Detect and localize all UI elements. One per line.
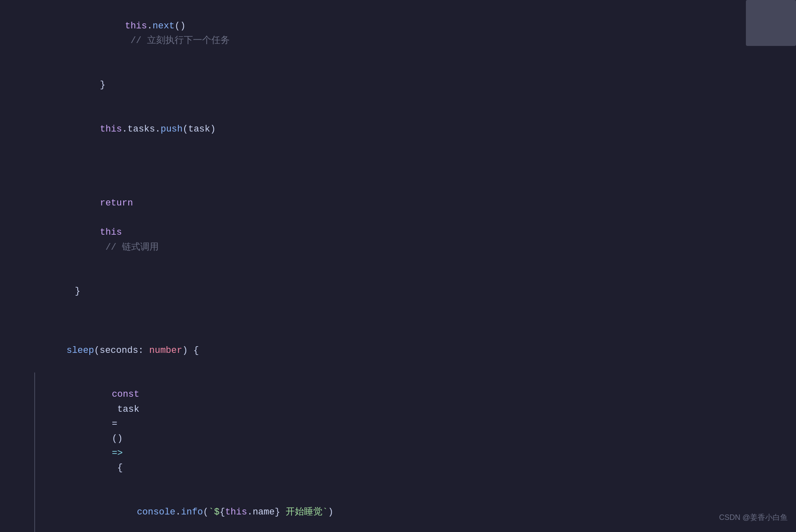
code-editor: this.next() // 立刻执行下一个任务 } this.tasks.pu… bbox=[0, 0, 796, 532]
method-next: next bbox=[152, 21, 175, 31]
code-line-10: const task = () => { bbox=[35, 372, 796, 490]
watermark: CSDN @姜香小白鱼 bbox=[719, 512, 788, 524]
code-line-7: } bbox=[8, 269, 796, 314]
comment-1: // 立刻执行下一个任务 bbox=[125, 35, 230, 46]
code-line-5 bbox=[8, 166, 796, 181]
code-line-1: this.next() // 立刻执行下一个任务 bbox=[8, 4, 796, 63]
code-line-9: sleep(seconds: number) { bbox=[8, 329, 796, 373]
brace-close: } bbox=[100, 80, 105, 90]
code-line-3: this.tasks.push(task) bbox=[8, 107, 796, 151]
code-line-6: return this // 链式调用 bbox=[8, 181, 796, 269]
code-line-2: } bbox=[8, 63, 796, 107]
code-line-4 bbox=[8, 151, 796, 166]
code-line-8 bbox=[8, 314, 796, 329]
keyword-this: this bbox=[125, 21, 147, 31]
code-line-11: console.info(`${this.name} 开始睡觉`) bbox=[35, 490, 796, 532]
